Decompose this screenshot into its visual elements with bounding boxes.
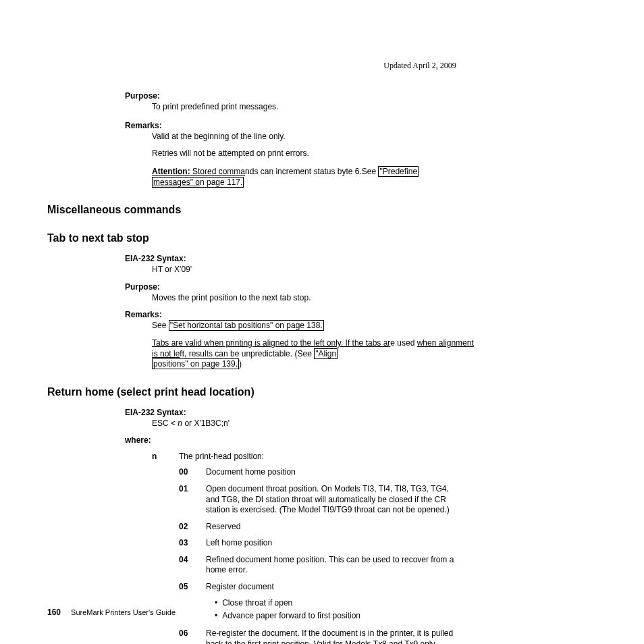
- row-06: 06 Re-register the document. If the docu…: [47, 628, 597, 644]
- n-label: n: [152, 452, 179, 461]
- n-row: n The print-head position:: [47, 452, 597, 461]
- remarks-text-1: Valid at the beginning of the line only.: [152, 132, 597, 142]
- remarks-tabs: Tabs are valid when printing is aligned …: [152, 338, 597, 370]
- syntax-label-2: EIA-232 Syntax:: [125, 408, 597, 417]
- row-04: 04Refined document home position. This c…: [47, 555, 597, 576]
- purpose-label: Purpose:: [125, 91, 597, 101]
- n-desc: The print-head position:: [179, 452, 597, 461]
- remarks-text-2: Retries will not be attempted on print e…: [152, 149, 597, 159]
- page-content: Updated April 2, 2009 Purpose: To print …: [47, 61, 597, 644]
- purpose-text-1: Moves the print position to the next tab…: [152, 293, 597, 304]
- row-00: 00Document home position: [47, 467, 597, 478]
- bullet-close-throat: Close throat if open: [215, 597, 597, 610]
- page-footer: 160 SureMark Printers User's Guide: [47, 608, 176, 617]
- row-02: 02Reserved: [47, 522, 597, 533]
- predefine-link-2[interactable]: messages" on page 117.: [152, 177, 244, 188]
- syntax-value-2: ESC < n or X'1B3C;n': [152, 419, 597, 429]
- heading-tab-stop: Tab to next tab stop: [47, 232, 597, 244]
- purpose-label-1: Purpose:: [125, 282, 597, 292]
- align-link-2[interactable]: positions" on page 139.: [152, 358, 239, 369]
- attention-line: Attention: Stored commands can increment…: [152, 166, 597, 188]
- syntax-value-1: HT or X'09': [152, 265, 597, 275]
- set-tab-link[interactable]: "Set horizontal tab positions" on page 1…: [169, 320, 324, 331]
- page-number: 160: [47, 608, 61, 617]
- attention-rest: nds can increment status byte 6.See: [245, 167, 378, 176]
- row-05: 05Register document: [47, 582, 597, 593]
- align-link-1[interactable]: "Align: [314, 348, 338, 359]
- heading-return-home: Return home (select print head location): [47, 386, 597, 398]
- bullet-advance-paper: Advance paper forward to first position: [215, 610, 597, 622]
- remarks-label: Remarks:: [125, 121, 597, 130]
- where-label: where:: [125, 435, 597, 445]
- remarks-label-1: Remarks:: [125, 310, 597, 319]
- heading-miscellaneous: Miscellaneous commands: [47, 204, 597, 216]
- predefine-link-1[interactable]: "Predefine: [378, 166, 419, 177]
- remarks-see: See "Set horizontal tab positions" on pa…: [152, 321, 597, 331]
- purpose-text: To print predefined print messages.: [152, 102, 597, 113]
- footer-title: SureMark Printers User's Guide: [71, 608, 176, 616]
- updated-date: Updated April 2, 2009: [243, 61, 597, 71]
- row-03: 03Left home position: [47, 538, 597, 549]
- row-01: 01Open document throat position. On Mode…: [47, 484, 597, 516]
- attention-stored: Stored comma: [190, 167, 245, 176]
- attention-label: Attention:: [152, 167, 190, 176]
- syntax-label-1: EIA-232 Syntax:: [125, 254, 597, 263]
